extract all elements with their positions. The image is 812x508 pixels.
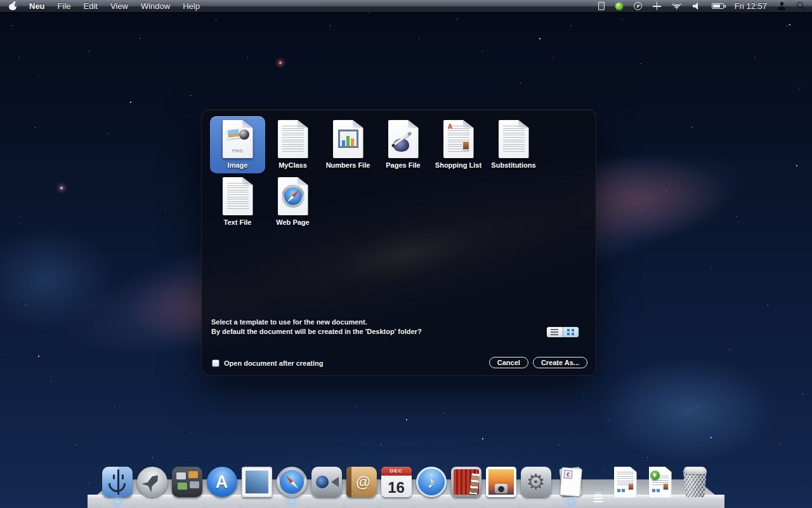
dock-trash[interactable] — [680, 467, 710, 497]
create-as-button[interactable]: Create As... — [533, 357, 587, 368]
iphoto-camera-icon — [486, 467, 516, 497]
dock-divider — [591, 472, 606, 497]
text-document-template-icon — [499, 120, 529, 158]
dock-finder[interactable] — [102, 467, 133, 497]
battery-icon[interactable] — [712, 3, 724, 9]
template-shopping-list[interactable]: A Shopping List — [431, 116, 486, 173]
dock-app-store[interactable]: A — [207, 467, 237, 497]
info-line-1: Select a template to use for the new doc… — [211, 318, 422, 327]
png-image-template-icon: PNG — [223, 120, 253, 158]
template-label: MyClass — [278, 161, 307, 169]
dock-iphoto[interactable] — [486, 467, 516, 497]
user-icon[interactable] — [778, 2, 785, 10]
menu-view[interactable]: View — [110, 1, 128, 11]
template-substitutions[interactable]: Substitutions — [486, 116, 541, 173]
menu-window[interactable]: Window — [141, 1, 170, 11]
view-mode-toggle — [546, 326, 579, 338]
dock-launchpad[interactable] — [137, 467, 167, 497]
download-arrow-badge — [650, 471, 660, 480]
app-menu-name[interactable]: Neu — [29, 1, 45, 11]
download-document-icon — [645, 467, 676, 497]
template-text-file[interactable]: Text File — [210, 173, 265, 231]
finder-icon — [102, 467, 133, 497]
open-after-creating-checkbox[interactable] — [212, 359, 219, 367]
apple-menu-icon[interactable] — [9, 2, 16, 10]
dock: A @ DEC 16 ♪ ⚙ € — [0, 467, 812, 497]
running-indicator — [115, 500, 119, 504]
numbers-chart-template-icon — [333, 120, 363, 158]
app-store-icon: A — [207, 467, 237, 497]
crosshair-icon[interactable] — [653, 2, 661, 10]
running-indicator — [290, 500, 294, 504]
grid-view-icon — [567, 329, 570, 331]
menu-bar: Neu File Edit View Window Help Fri 12:57 — [0, 0, 812, 12]
trash-full-icon — [681, 467, 709, 497]
calendar-day: 16 — [381, 479, 412, 497]
template-label: Pages File — [386, 161, 420, 169]
template-label: Text File — [224, 218, 252, 226]
time-machine-icon[interactable] — [634, 2, 642, 10]
dock-safari[interactable] — [277, 467, 307, 497]
dock-mission-control[interactable] — [172, 467, 202, 497]
calendar-month: DEC — [381, 468, 412, 474]
dock-mail[interactable] — [242, 467, 272, 497]
template-grid: PNG Image MyClass Numbers File Pages Fil… — [210, 116, 565, 231]
template-image[interactable]: PNG Image — [210, 116, 265, 173]
open-after-creating-row: Open document after creating — [212, 359, 323, 367]
info-line-2: By default the document will be created … — [211, 327, 422, 337]
dock-facetime[interactable] — [311, 467, 342, 497]
menu-clock[interactable]: Fri 12:57 — [735, 1, 767, 11]
dock-neu-documents-stack[interactable]: € — [556, 467, 586, 497]
address-book-icon: @ — [346, 467, 377, 497]
red-star — [279, 62, 282, 64]
wifi-icon[interactable] — [672, 3, 682, 10]
template-label: Web Page — [276, 218, 309, 226]
photo-booth-curtain-icon — [451, 467, 481, 497]
green-orb-status-icon[interactable] — [615, 3, 623, 10]
template-myclass[interactable]: MyClass — [265, 116, 320, 173]
volume-icon[interactable] — [693, 3, 701, 10]
menu-help[interactable]: Help — [183, 1, 200, 11]
dock-photo-booth[interactable] — [451, 467, 481, 497]
document-icon — [610, 467, 641, 497]
facetime-camera-icon — [311, 467, 342, 497]
list-view-button[interactable] — [547, 327, 563, 337]
menu-edit[interactable]: Edit — [84, 1, 98, 11]
pages-pen-template-icon — [388, 120, 419, 158]
dialog-info-text: Select a template to use for the new doc… — [211, 318, 422, 337]
dock-ical[interactable]: DEC 16 — [381, 467, 412, 497]
menu-file[interactable]: File — [58, 1, 71, 11]
checkbox-label: Open document after creating — [224, 359, 323, 367]
cancel-button[interactable]: Cancel — [489, 357, 528, 368]
template-label: Substitutions — [491, 161, 535, 169]
template-chooser-dialog: PNG Image MyClass Numbers File Pages Fil… — [201, 109, 596, 376]
gear-icon: ⚙ — [521, 467, 551, 497]
text-document-template-icon — [223, 177, 253, 215]
text-document-template-icon — [278, 120, 308, 158]
spotlight-search-icon[interactable] — [796, 2, 804, 10]
mission-control-icon — [172, 467, 202, 497]
running-indicator — [569, 500, 573, 504]
calendar-icon: DEC 16 — [381, 467, 412, 497]
dock-documents-stack[interactable] — [610, 467, 641, 497]
pink-star — [60, 187, 63, 189]
template-web-page[interactable]: Web Page — [265, 173, 320, 231]
dock-system-preferences[interactable]: ⚙ — [521, 467, 551, 497]
mail-stamp-icon — [242, 467, 272, 497]
launchpad-rocket-icon — [137, 467, 167, 497]
documents-stack-icon: € — [556, 467, 586, 497]
safari-compass-template-icon — [278, 177, 308, 215]
safari-compass-icon — [277, 467, 307, 497]
dock-itunes[interactable]: ♪ — [416, 467, 447, 497]
itunes-note-icon: ♪ — [416, 467, 447, 497]
template-label: Numbers File — [326, 161, 370, 169]
euro-badge: € — [563, 470, 572, 479]
dock-downloads-stack[interactable] — [645, 467, 676, 497]
template-numbers-file[interactable]: Numbers File — [320, 116, 376, 173]
dock-address-book[interactable]: @ — [346, 467, 377, 497]
star-cluster — [0, 193, 162, 366]
grid-view-button[interactable] — [563, 327, 579, 337]
template-pages-file[interactable]: Pages File — [376, 116, 431, 173]
document-status-icon[interactable] — [598, 2, 605, 10]
template-label: Shopping List — [435, 161, 481, 169]
